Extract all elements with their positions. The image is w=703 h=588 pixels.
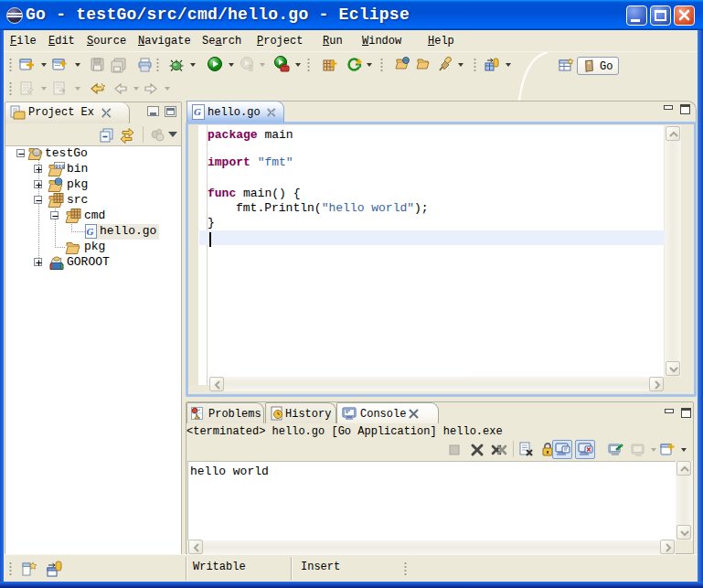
svg-text:010: 010 <box>55 164 65 170</box>
svg-text:G: G <box>194 106 201 117</box>
svg-text:G: G <box>87 226 94 237</box>
